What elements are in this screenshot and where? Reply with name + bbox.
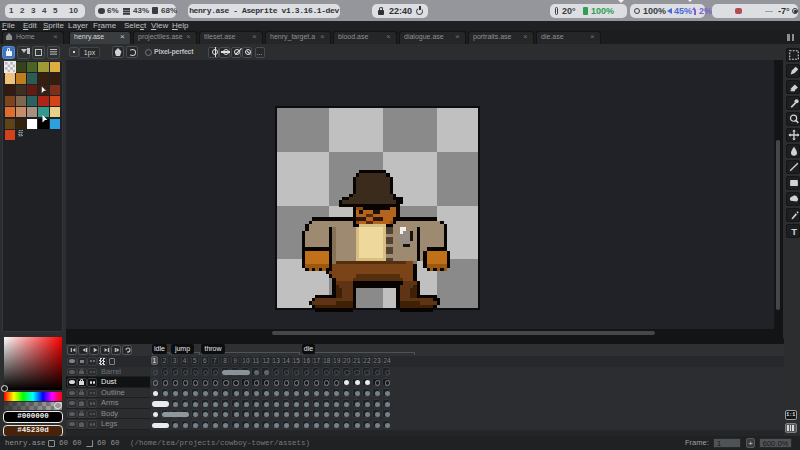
svg-text:T: T <box>791 226 797 237</box>
